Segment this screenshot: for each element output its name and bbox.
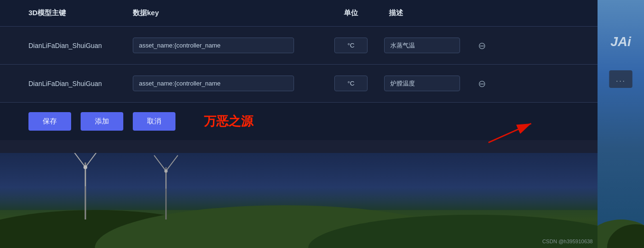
watermark: CSDN @h395910638: [542, 238, 593, 244]
table-row: DianLiFaDian_ShuiGuan ⊖: [0, 65, 598, 103]
background-scene: [0, 153, 598, 248]
row1-desc-input[interactable]: [384, 38, 460, 53]
header-description: 描述: [379, 9, 474, 18]
row1-remove-button[interactable]: ⊖: [474, 38, 490, 53]
right-sidebar: JAi ...: [598, 0, 644, 248]
header-model-key: 3D模型主键: [0, 9, 133, 18]
row2-unit-cell: [322, 76, 379, 91]
table-container: 3D模型主键 数据key 单位 描述 DianLiFaDian_ShuiGuan…: [0, 0, 598, 140]
row2-desc-cell: [379, 76, 474, 91]
row2-model-key: DianLiFaDian_ShuiGuan: [0, 80, 133, 87]
row2-desc-input[interactable]: [384, 76, 460, 91]
row1-data-key-cell: [133, 38, 322, 53]
row2-unit-input[interactable]: [334, 76, 368, 91]
row1-unit-input[interactable]: [334, 38, 368, 53]
svg-point-8: [83, 165, 87, 169]
footer-row: 保存 添加 取消 万恶之源: [0, 103, 598, 140]
row2-remove-button[interactable]: ⊖: [474, 76, 490, 91]
annotation-text: 万恶之源: [204, 113, 253, 130]
row1-data-key-input[interactable]: [133, 38, 294, 53]
row1-action-cell: ⊖: [474, 38, 598, 53]
cancel-button[interactable]: 取消: [133, 112, 175, 131]
header-data-key: 数据key: [133, 9, 322, 18]
sidebar-landscape: [598, 153, 644, 248]
row1-model-key: DianLiFaDian_ShuiGuan: [0, 42, 133, 49]
main-container: 3D模型主键 数据key 单位 描述 DianLiFaDian_ShuiGuan…: [0, 0, 598, 248]
save-button[interactable]: 保存: [28, 112, 71, 131]
row2-data-key-input[interactable]: [133, 76, 294, 91]
row1-desc-cell: [379, 38, 474, 53]
svg-point-13: [165, 170, 168, 173]
add-button[interactable]: 添加: [81, 112, 123, 131]
landscape-svg: [0, 153, 598, 248]
jai-label: JAi: [610, 34, 631, 49]
table-row: DianLiFaDian_ShuiGuan ⊖: [0, 27, 598, 65]
table-header: 3D模型主键 数据key 单位 描述: [0, 0, 598, 27]
row2-data-key-cell: [133, 76, 322, 91]
row1-unit-cell: [322, 38, 379, 53]
sidebar-dots[interactable]: ...: [609, 70, 632, 88]
header-unit: 单位: [322, 9, 379, 18]
row2-action-cell: ⊖: [474, 76, 598, 91]
